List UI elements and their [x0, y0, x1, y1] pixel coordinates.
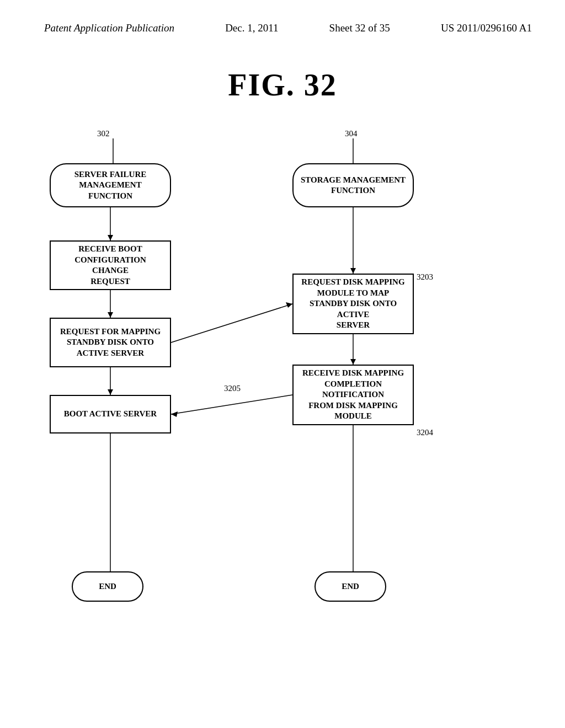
- label-3203: 3203: [417, 272, 433, 282]
- label-3205: 3205: [224, 384, 241, 393]
- label-304: 304: [345, 129, 358, 138]
- figure-title: FIG. 32: [0, 67, 565, 103]
- box-boot-active-server: BOOT ACTIVE SERVER: [50, 395, 171, 433]
- svg-marker-19: [171, 411, 178, 417]
- svg-marker-3: [108, 235, 113, 240]
- date-label: Dec. 1, 2011: [225, 22, 278, 34]
- diagram-container: 302 304 3201 3202 3203 3204 3205 SERVER …: [0, 119, 565, 698]
- svg-marker-11: [350, 268, 356, 274]
- svg-line-16: [171, 304, 292, 342]
- box-end-right: END: [315, 571, 386, 602]
- svg-marker-7: [108, 389, 113, 395]
- box-receive-boot-config: RECEIVE BOOT CONFIGURATION CHANGE REQUES…: [50, 240, 171, 290]
- sheet-label: Sheet 32 of 35: [329, 22, 390, 34]
- svg-marker-13: [350, 359, 356, 365]
- label-3204: 3204: [417, 428, 433, 437]
- svg-marker-5: [108, 312, 113, 318]
- svg-marker-17: [286, 302, 292, 308]
- patent-label: US 2011/0296160 A1: [441, 22, 532, 34]
- publication-label: Patent Application Publication: [44, 22, 174, 34]
- box-server-failure-mgmt: SERVER FAILURE MANAGEMENT FUNCTION: [50, 163, 171, 207]
- box-receive-disk-mapping: RECEIVE DISK MAPPING COMPLETION NOTIFICA…: [292, 365, 414, 425]
- box-request-disk-mapping: REQUEST DISK MAPPING MODULE TO MAP STAND…: [292, 274, 414, 334]
- label-302: 302: [97, 129, 110, 138]
- svg-line-18: [171, 395, 292, 414]
- box-storage-management: STORAGE MANAGEMENT FUNCTION: [292, 163, 414, 207]
- page-header: Patent Application Publication Dec. 1, 2…: [0, 0, 565, 34]
- box-end-left: END: [72, 571, 143, 602]
- box-request-for-mapping: REQUEST FOR MAPPING STANDBY DISK ONTO AC…: [50, 318, 171, 367]
